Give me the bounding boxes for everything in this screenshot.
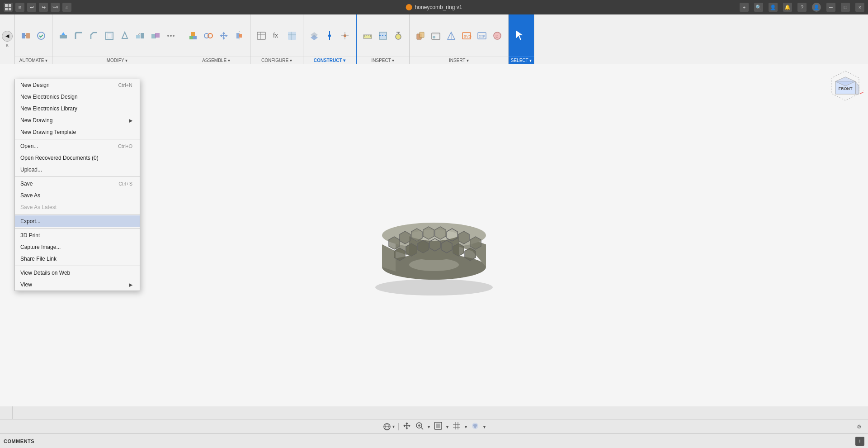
menu-item[interactable]: Open Recovered Documents (0)	[15, 152, 140, 164]
menu-item[interactable]: New Drawing▶	[15, 114, 140, 126]
svg-text:X: X	[863, 90, 863, 93]
orbit-dropdown[interactable]: ▾	[392, 424, 395, 429]
assemble-label: ASSEMBLE ▾	[182, 57, 250, 64]
insert-decal[interactable]: D	[490, 27, 505, 45]
display-mode-control[interactable]	[434, 421, 443, 432]
svg-rect-1	[9, 4, 11, 7]
account-button[interactable]: 👤	[769, 3, 778, 12]
main-area: ◀ B New DesignCtrl+NNew Electronics Desi…	[0, 64, 868, 419]
menu-separator	[15, 266, 140, 266]
insert-svg[interactable]: SVG	[459, 27, 474, 45]
insert-mesh[interactable]	[444, 27, 458, 45]
menu-item[interactable]: New Electronics Library	[15, 103, 140, 114]
menu-item-label: New Drawing	[20, 117, 52, 124]
help-button[interactable]: ?	[797, 3, 807, 12]
modify-chamfer[interactable]	[87, 27, 101, 45]
modify-more[interactable]	[164, 27, 178, 45]
nav-back-button[interactable]: ◀	[2, 31, 13, 42]
menu-item[interactable]: View Details on Web	[15, 267, 140, 279]
viewcube[interactable]: FRONT X	[827, 69, 863, 105]
menu-item[interactable]: New DesignCtrl+N	[15, 79, 140, 91]
svg-rect-28	[236, 33, 239, 38]
inspect-measure[interactable]	[360, 27, 375, 45]
insert-canvas[interactable]	[429, 27, 443, 45]
visual-dropdown[interactable]: ▾	[483, 424, 486, 430]
menu-item[interactable]: 3D Print	[15, 229, 140, 241]
ribbon-section-automate: AUTOMATE ▾	[15, 14, 52, 64]
modify-fillet[interactable]	[71, 27, 86, 45]
construct-axis[interactable]	[322, 27, 337, 45]
close-button[interactable]: ×	[855, 3, 864, 12]
titlebar-left: ↩ ↪ ↪▾ ⌂	[4, 3, 71, 12]
modify-press-pull[interactable]	[56, 27, 71, 45]
app-grid-icon[interactable]	[4, 3, 13, 12]
menu-item[interactable]: Open...Ctrl+O	[15, 140, 140, 152]
configure-more[interactable]	[285, 27, 299, 45]
add-tab-button[interactable]: +	[740, 3, 749, 12]
menu-item[interactable]: Save As	[15, 190, 140, 201]
configure-params[interactable]: fx	[269, 27, 284, 45]
svg-text:fx: fx	[273, 32, 278, 39]
construct-point[interactable]	[338, 27, 352, 45]
menu-item[interactable]: View▶	[15, 279, 140, 291]
svg-marker-78	[855, 81, 859, 94]
svg-point-71	[409, 258, 459, 271]
insert-derive[interactable]	[413, 27, 428, 45]
modify-draft[interactable]	[118, 27, 132, 45]
svg-rect-29	[239, 34, 242, 38]
add-comment-button[interactable]: +	[855, 437, 864, 446]
svg-rect-55	[420, 32, 424, 38]
search-online-button[interactable]: 🔍	[754, 3, 763, 12]
inspect-mass[interactable]	[391, 27, 406, 45]
display-dropdown[interactable]: ▾	[446, 424, 448, 430]
svg-rect-21	[191, 32, 195, 36]
inspect-section[interactable]	[376, 27, 390, 45]
automate-icon-2[interactable]	[34, 27, 48, 45]
menu-item[interactable]: New Electronics Design	[15, 91, 140, 103]
redo-button[interactable]: ↪	[39, 3, 48, 12]
redo-forward-button[interactable]: ↪▾	[51, 3, 60, 12]
ribbon-section-configure: fx CONFIGURE ▾	[250, 14, 303, 64]
assemble-new-component[interactable]	[186, 27, 200, 45]
visual-style-control[interactable]	[471, 421, 480, 432]
home-button[interactable]: ⌂	[62, 3, 71, 12]
minimize-button[interactable]: ─	[826, 3, 835, 12]
construct-offset-plane[interactable]	[307, 27, 321, 45]
assemble-joint[interactable]	[201, 27, 216, 45]
settings-button[interactable]: ⚙	[854, 421, 864, 432]
svg-line-86	[421, 428, 424, 430]
orbit-control[interactable]: ▾	[382, 422, 395, 431]
menu-item-label: Save	[20, 181, 33, 187]
modify-combine[interactable]	[148, 27, 163, 45]
insert-dxf[interactable]: DXF	[475, 27, 489, 45]
grid-control[interactable]	[452, 421, 461, 432]
file-menu-button[interactable]	[15, 3, 24, 12]
maximize-button[interactable]: □	[841, 3, 850, 12]
modify-shell[interactable]	[102, 27, 117, 45]
grid-dropdown[interactable]: ▾	[465, 424, 467, 430]
menu-item[interactable]: Export...	[15, 215, 140, 227]
dropdown-menu: New DesignCtrl+NNew Electronics DesignNe…	[14, 79, 140, 291]
zoom-dropdown[interactable]: ▾	[428, 424, 430, 430]
menu-item[interactable]: New Drawing Template	[15, 126, 140, 138]
configure-table[interactable]	[254, 27, 269, 45]
menu-item[interactable]: Upload...	[15, 164, 140, 176]
pan-control[interactable]	[402, 421, 411, 432]
menu-item[interactable]: SaveCtrl+S	[15, 178, 140, 190]
zoom-fit-control[interactable]	[415, 421, 424, 432]
notification-button[interactable]: 🔔	[783, 3, 792, 12]
bottom-bar: ▾ ▾ ▾ ▾ ▾ ⚙	[0, 419, 868, 434]
automate-icon-1[interactable]	[19, 27, 33, 45]
menu-item-label: Save As Latest	[20, 204, 57, 210]
assemble-move[interactable]	[217, 27, 231, 45]
modify-scale[interactable]	[133, 27, 147, 45]
menu-item[interactable]: Capture Image...	[15, 241, 140, 253]
select-button[interactable]	[514, 29, 528, 43]
modify-label: MODIFY ▾	[52, 57, 182, 64]
svg-rect-0	[5, 4, 8, 7]
user-avatar[interactable]: 👤	[812, 3, 821, 12]
svg-rect-90	[436, 424, 440, 428]
assemble-align[interactable]	[232, 27, 246, 45]
undo-button[interactable]: ↩	[27, 3, 36, 12]
menu-item[interactable]: Share File Link	[15, 253, 140, 265]
